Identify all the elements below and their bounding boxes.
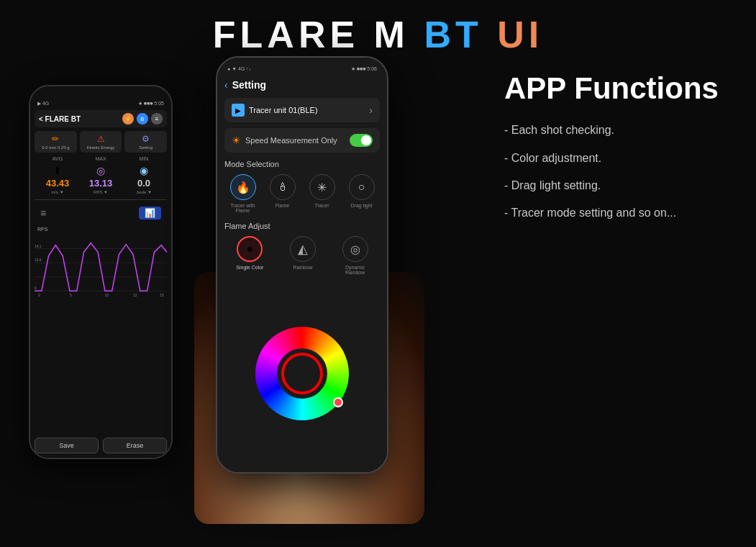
menu-icon[interactable]: ≡: [40, 207, 46, 219]
flame-item-rainbow[interactable]: ◭ Rainbow: [290, 236, 316, 275]
avg-val-section: ⬆ 43.43 m/s ▼: [36, 165, 79, 194]
chart-icon[interactable]: 📊: [139, 207, 161, 220]
right-status-left: ● ▼ 4G ↑↓: [227, 66, 251, 72]
energy-label: Kinetic Energy: [87, 145, 115, 150]
speed-left: ☀ Speed Measurement Only: [232, 135, 337, 146]
avg-section: AVG: [36, 156, 79, 161]
avg-val-icon: ⬆: [53, 165, 62, 176]
max-value: 13.13: [89, 178, 113, 189]
ammo-icon: ✏: [52, 134, 59, 144]
tracer-icon-mode: ✳: [309, 174, 335, 200]
svg-text:13.9: 13.9: [35, 258, 42, 262]
min-unit: Joule ▼: [136, 190, 152, 194]
max-label: MAX: [95, 156, 106, 161]
amm-labels-row: AVG MAX MIN: [35, 156, 167, 161]
amm-values-row: ⬆ 43.43 m/s ▼ ◎ 13.13 RPS ▼ ◉ 0.0 Joule …: [35, 165, 167, 194]
flame-item-single[interactable]: ● Single Color: [236, 236, 263, 275]
phone-right: ● ▼ 4G ↑↓ ★ ■■■ 5:06 ‹ Setting ▶ Tracer …: [216, 56, 388, 474]
setting-label: Setting: [139, 145, 152, 150]
save-button[interactable]: Save: [35, 438, 99, 453]
tracer-unit-row[interactable]: ▶ Tracer unit 01(BLE) ›: [224, 98, 380, 122]
flame-item-dynamic[interactable]: ◎ DynamicRainbow: [342, 236, 368, 275]
color-wheel-dot[interactable]: [333, 397, 343, 407]
single-color-label: Single Color: [236, 265, 263, 270]
wheel-center: [291, 363, 313, 384]
drag-label: Drag light: [351, 203, 373, 208]
left-status-bar: ▶ 4G ★ ■■■ 5:05: [35, 101, 167, 107]
svg-text:3: 3: [38, 294, 40, 297]
setting-icon: ⚙: [142, 134, 150, 144]
stat-icon-ammo: ✏ 6.0 mm 0.25 g: [35, 131, 77, 153]
rps-chart: RPS 3 5 10 12 15 14.1: [35, 225, 167, 434]
app-func-item-0: - Each shot checking.: [504, 122, 734, 138]
tracer-unit-left: ▶ Tracer unit 01(BLE): [232, 104, 318, 117]
save-erase-row: Save Erase: [35, 438, 167, 453]
ui-text: UI: [497, 14, 543, 55]
speed-row: ☀ Speed Measurement Only: [224, 128, 380, 153]
blue-icon[interactable]: B: [137, 113, 148, 125]
svg-text:14.1: 14.1: [35, 245, 42, 248]
stat-icons-row: ✏ 6.0 mm 0.25 g ⚠ Kinetic Energy ⚙ Setti…: [35, 131, 167, 153]
chart-svg: 3 5 10 12 15 14.1 13.9 6: [35, 234, 167, 299]
avg-value: 43.43: [46, 178, 70, 189]
min-value: 0.0: [137, 178, 150, 189]
tracer-flame-label: Tracer withFlame: [230, 203, 255, 213]
right-status-right: ★ ■■■ 5:06: [351, 66, 377, 72]
single-color-icon: ●: [237, 236, 263, 262]
flame-section-title: Flame Adjust: [224, 222, 380, 230]
tracer-label: Tracer: [315, 203, 329, 208]
flare-m-text: FLARE M: [213, 14, 424, 55]
mode-item-drag[interactable]: ○ Drag light: [349, 174, 375, 213]
dynamic-rainbow-icon: ◎: [342, 236, 368, 262]
divider: [35, 199, 167, 200]
mode-icons-row: 🔥 Tracer withFlame 🕯 Flame ✳ Tracer: [224, 174, 380, 213]
color-wheel[interactable]: [255, 327, 349, 420]
phone-left: ▶ 4G ★ ■■■ 5:05 < FLARE BT ⚡ B ≡ ✏ 6.0 m…: [29, 85, 173, 459]
flame-section: Flame Adjust ● Single Color ◭ Rainbow ◎: [224, 220, 380, 276]
app-func-item-3: - Tracer mode setting and so on...: [504, 205, 734, 221]
left-status-right: ★ ■■■ 5:05: [138, 101, 164, 107]
app-func-item-1: - Color adjustment.: [504, 150, 734, 166]
ammo-label: 6.0 mm 0.25 g: [42, 145, 69, 150]
svg-text:10: 10: [105, 294, 109, 297]
phone-right-wrapper: ● ▼ 4G ↑↓ ★ ■■■ 5:06 ‹ Setting ▶ Tracer …: [194, 56, 424, 510]
bottom-icons-row: ≡ 📊: [35, 205, 167, 221]
app-functions-title: APP Functions: [504, 72, 734, 105]
color-wheel-ring: [281, 353, 323, 394]
stat-icon-setting[interactable]: ⚙ Setting: [124, 131, 167, 153]
back-arrow-icon[interactable]: ‹: [224, 79, 228, 91]
mode-item-tracer[interactable]: ✳ Tracer: [309, 174, 335, 213]
min-section: MIN: [122, 156, 165, 161]
setting-title: Setting: [232, 79, 266, 91]
mode-item-tracer-flame[interactable]: 🔥 Tracer withFlame: [230, 174, 256, 213]
tracer-unit-name: Tracer unit 01(BLE): [249, 106, 318, 114]
svg-text:5: 5: [70, 294, 72, 297]
max-section: MAX: [79, 156, 122, 161]
left-status-left: ▶ 4G: [37, 101, 49, 107]
speed-toggle[interactable]: [350, 134, 373, 147]
mode-item-flame[interactable]: 🕯 Flame: [270, 174, 296, 213]
dynamic-rainbow-label: DynamicRainbow: [345, 265, 365, 275]
svg-text:15: 15: [160, 294, 164, 297]
orange-icon[interactable]: ⚡: [122, 113, 134, 125]
mode-section: Mode Selection 🔥 Tracer withFlame 🕯 Flam…: [224, 158, 380, 214]
tracer-chevron-icon: ›: [369, 104, 373, 116]
app-func-item-2: - Drag light setting.: [504, 178, 734, 194]
gray-icon[interactable]: ≡: [151, 113, 163, 125]
max-unit: RPS ▼: [94, 190, 108, 194]
header-title: FLARE M BT UI: [213, 14, 543, 55]
right-header: ‹ Setting: [224, 78, 380, 92]
chart-label: RPS: [35, 225, 167, 234]
left-header-bar: < FLARE BT ⚡ B ≡: [35, 110, 167, 127]
min-val-section: ◉ 0.0 Joule ▼: [122, 165, 165, 194]
flame-items-row: ● Single Color ◭ Rainbow ◎ DynamicRainbo…: [224, 236, 380, 275]
flame-label: Flame: [275, 203, 289, 208]
min-val-icon: ◉: [140, 165, 148, 176]
app-functions: APP Functions - Each shot checking. - Co…: [504, 72, 734, 233]
max-val-icon: ◎: [96, 165, 105, 176]
speed-only-label: Speed Measurement Only: [245, 136, 337, 145]
right-status-bar: ● ▼ 4G ↑↓ ★ ■■■ 5:06: [224, 66, 380, 72]
phone-left-screen: ▶ 4G ★ ■■■ 5:05 < FLARE BT ⚡ B ≡ ✏ 6.0 m…: [30, 86, 171, 458]
left-header-title: < FLARE BT: [39, 115, 81, 123]
erase-button[interactable]: Erase: [103, 438, 167, 453]
